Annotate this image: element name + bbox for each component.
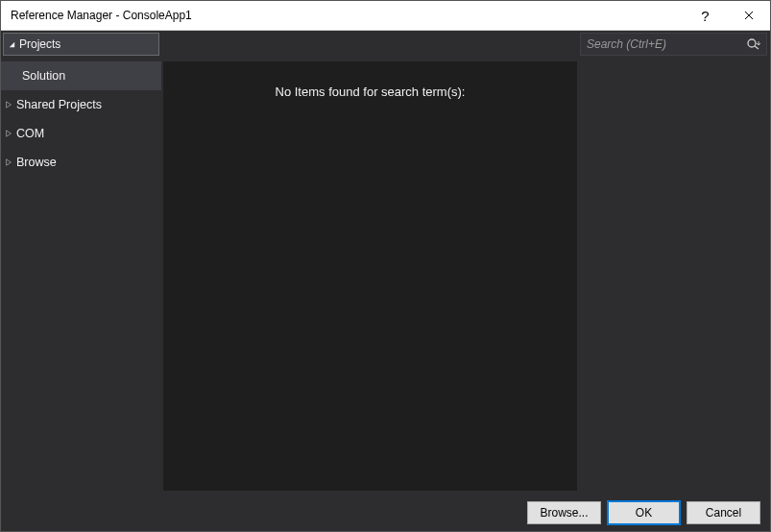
close-button[interactable] [727, 1, 770, 31]
reference-manager-dialog: Reference Manager - ConsoleApp1 ? Projec… [0, 0, 771, 532]
sidebar-item-label: COM [16, 127, 44, 140]
empty-message: No Items found for search term(s): [276, 85, 466, 491]
content-area: No Items found for search term(s): [161, 58, 770, 495]
sidebar-item-solution[interactable]: Solution [1, 61, 161, 90]
sidebar-item-com[interactable]: COM [1, 119, 161, 148]
window-title: Reference Manager - ConsoleApp1 [1, 9, 684, 22]
sidebar-item-browse[interactable]: Browse [1, 148, 161, 177]
chevron-right-icon [1, 101, 16, 109]
help-button[interactable]: ? [684, 1, 727, 31]
chevron-down-icon [4, 40, 19, 49]
close-icon [744, 11, 754, 20]
chevron-right-icon [1, 130, 16, 137]
chevron-right-icon [1, 158, 16, 166]
sidebar-item-label: Shared Projects [16, 98, 102, 111]
sidebar-item-shared-projects[interactable]: Shared Projects [1, 90, 161, 119]
details-pane [581, 61, 768, 491]
ok-button[interactable]: OK [607, 500, 681, 525]
browse-button[interactable]: Browse... [527, 501, 601, 524]
category-header-projects[interactable]: Projects [3, 33, 159, 56]
cancel-button[interactable]: Cancel [687, 501, 760, 524]
top-strip: Projects [1, 31, 770, 58]
search-input[interactable] [581, 37, 741, 51]
dialog-body: Solution Shared Projects COM Browse [1, 58, 770, 495]
sidebar-item-label: Solution [22, 69, 65, 83]
search-icon[interactable] [741, 37, 766, 51]
svg-line-1 [755, 46, 759, 49]
svg-point-0 [748, 39, 756, 47]
results-pane: No Items found for search term(s): [163, 61, 577, 491]
sidebar: Solution Shared Projects COM Browse [1, 58, 161, 495]
search-box[interactable] [580, 33, 767, 56]
category-header-label: Projects [19, 37, 60, 51]
sidebar-item-label: Browse [16, 156, 57, 169]
footer: Browse... OK Cancel [1, 495, 770, 531]
help-icon: ? [701, 8, 709, 24]
titlebar: Reference Manager - ConsoleApp1 ? [1, 1, 770, 31]
